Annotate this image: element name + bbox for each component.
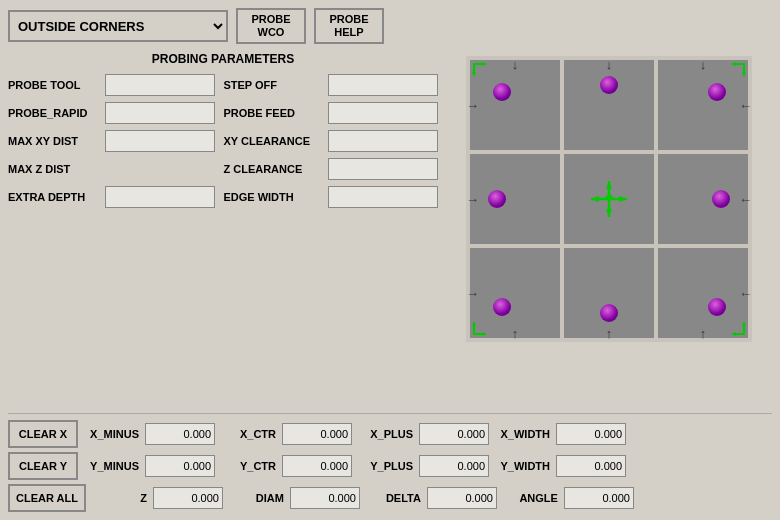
probe-diagram: →↓ ↓←↓ → ←→↑ ↑←↑ <box>466 56 752 342</box>
angle-label: ANGLE <box>503 492 558 504</box>
mode-dropdown[interactable]: OUTSIDE CORNERS INSIDE CORNERS BOSS POCK… <box>8 10 228 42</box>
probe-rapid-label: PROBE_RAPID <box>8 107 97 119</box>
x-plus-input[interactable] <box>419 423 489 445</box>
step-off-label: STEP OFF <box>223 79 320 91</box>
probe-feed-input[interactable] <box>328 102 438 124</box>
probe-help-button[interactable]: PROBEHELP <box>314 8 384 44</box>
svg-marker-12 <box>472 322 476 326</box>
y-minus-label: Y_MINUS <box>84 460 139 472</box>
probe-tool-label: PROBE TOOL <box>8 79 97 91</box>
diagram-section: →↓ ↓←↓ → ←→↑ ↑←↑ <box>446 52 772 407</box>
svg-marker-14 <box>742 322 746 326</box>
svg-marker-8 <box>591 196 599 202</box>
edge-width-label: EDGE WIDTH <box>223 191 320 203</box>
clear-all-row: CLEAR ALL Z DIAM DELTA ANGLE <box>8 484 772 512</box>
probe-grid: →↓ ↓←↓ → ←→↑ ↑←↑ <box>466 56 752 342</box>
extra-depth-label: EXTRA DEPTH <box>8 191 97 203</box>
x-minus-label: X_MINUS <box>84 428 139 440</box>
y-plus-label: Y_PLUS <box>358 460 413 472</box>
clear-all-button[interactable]: CLEAR ALL <box>8 484 86 512</box>
svg-marker-11 <box>482 332 486 336</box>
extra-depth-input[interactable] <box>105 186 215 208</box>
svg-marker-6 <box>606 181 612 189</box>
probe-cell-2-2[interactable]: ←↑ <box>658 248 748 338</box>
params-section: PROBING PARAMETERS PROBE TOOL STEP OFF P… <box>8 52 438 407</box>
main-container: OUTSIDE CORNERS INSIDE CORNERS BOSS POCK… <box>0 0 780 520</box>
z-clearance-input[interactable] <box>328 158 438 180</box>
bottom-row: CLEAR X X_MINUS X_CTR X_PLUS X_WIDTH CLE… <box>8 413 772 512</box>
y-ctr-label: Y_CTR <box>221 460 276 472</box>
probe-wco-button[interactable]: PROBEWCO <box>236 8 306 44</box>
probe-cell-1-0[interactable]: → <box>470 154 560 244</box>
diam-input[interactable] <box>290 487 360 509</box>
probe-cell-2-0[interactable]: →↑ <box>470 248 560 338</box>
svg-marker-2 <box>732 62 736 66</box>
edge-width-input[interactable] <box>328 186 438 208</box>
middle-row: PROBING PARAMETERS PROBE TOOL STEP OFF P… <box>8 52 772 407</box>
x-ctr-input[interactable] <box>282 423 352 445</box>
probe-feed-label: PROBE FEED <box>223 107 320 119</box>
y-minus-input[interactable] <box>145 455 215 477</box>
y-width-input[interactable] <box>556 455 626 477</box>
probe-tool-input[interactable] <box>105 74 215 96</box>
probe-rapid-input[interactable] <box>105 102 215 124</box>
probe-cell-2-1[interactable]: ↑ <box>564 248 654 338</box>
xy-clearance-label: XY CLEARANCE <box>223 135 320 147</box>
delta-label: DELTA <box>366 492 421 504</box>
x-minus-input[interactable] <box>145 423 215 445</box>
probe-cell-0-0[interactable]: →↓ <box>470 60 560 150</box>
param-grid: PROBE TOOL STEP OFF PROBE_RAPID PROBE FE… <box>8 74 438 208</box>
clear-y-row: CLEAR Y Y_MINUS Y_CTR Y_PLUS Y_WIDTH <box>8 452 772 480</box>
max-xy-dist-label: MAX XY DIST <box>8 135 97 147</box>
x-width-label: X_WIDTH <box>495 428 550 440</box>
y-ctr-input[interactable] <box>282 455 352 477</box>
clear-x-row: CLEAR X X_MINUS X_CTR X_PLUS X_WIDTH <box>8 420 772 448</box>
svg-marker-3 <box>742 72 746 76</box>
xy-clearance-input[interactable] <box>328 130 438 152</box>
svg-marker-1 <box>472 72 476 76</box>
clear-y-button[interactable]: CLEAR Y <box>8 452 78 480</box>
params-title: PROBING PARAMETERS <box>8 52 438 66</box>
x-ctr-label: X_CTR <box>221 428 276 440</box>
y-plus-input[interactable] <box>419 455 489 477</box>
svg-marker-9 <box>619 196 627 202</box>
clear-x-button[interactable]: CLEAR X <box>8 420 78 448</box>
probe-cell-0-2[interactable]: ←↓ <box>658 60 748 150</box>
top-row: OUTSIDE CORNERS INSIDE CORNERS BOSS POCK… <box>8 8 772 44</box>
z-label: Z <box>92 492 147 504</box>
probe-cell-1-2[interactable]: ← <box>658 154 748 244</box>
max-z-dist-label: MAX Z DIST <box>8 163 97 175</box>
svg-marker-13 <box>732 332 736 336</box>
diam-label: DIAM <box>229 492 284 504</box>
x-plus-label: X_PLUS <box>358 428 413 440</box>
probe-cell-0-1[interactable]: ↓ <box>564 60 654 150</box>
delta-input[interactable] <box>427 487 497 509</box>
y-width-label: Y_WIDTH <box>495 460 550 472</box>
svg-marker-0 <box>482 62 486 66</box>
probe-cell-1-1[interactable] <box>564 154 654 244</box>
z-clearance-label: Z CLEARANCE <box>223 163 320 175</box>
max-xy-dist-input[interactable] <box>105 130 215 152</box>
svg-marker-7 <box>606 209 612 217</box>
angle-input[interactable] <box>564 487 634 509</box>
z-input[interactable] <box>153 487 223 509</box>
x-width-input[interactable] <box>556 423 626 445</box>
step-off-input[interactable] <box>328 74 438 96</box>
